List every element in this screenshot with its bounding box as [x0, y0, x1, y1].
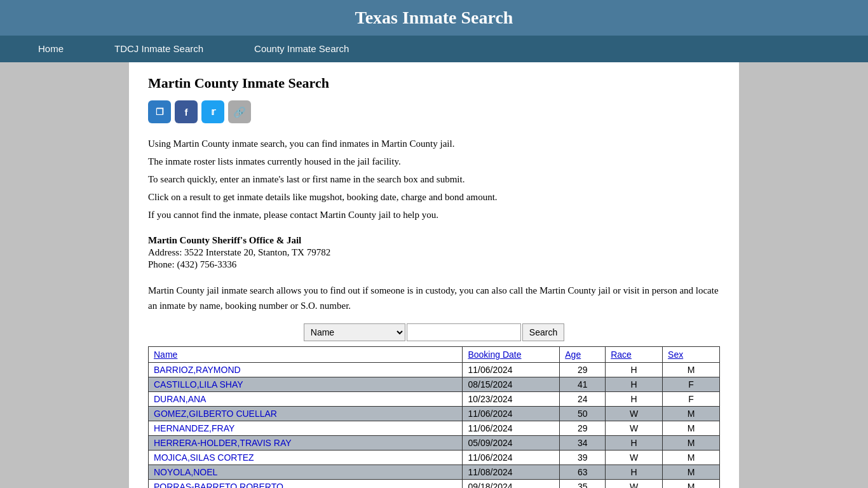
inmate-name[interactable]: CASTILLO,LILA SHAY [149, 377, 463, 392]
col-header-name[interactable]: Name [149, 347, 463, 363]
copy-link-button[interactable]: 🔗 [228, 100, 251, 123]
inmate-age: 50 [560, 407, 606, 421]
inmate-sex: M [663, 421, 720, 436]
table-row: GOMEZ,GILBERTO CUELLAR11/06/202450WM [149, 407, 720, 421]
inmate-race: H [606, 436, 663, 451]
inmate-name[interactable]: MOJICA,SILAS CORTEZ [149, 451, 463, 465]
inmate-race: W [606, 421, 663, 436]
inmate-name[interactable]: HERNANDEZ,FRAY [149, 421, 463, 436]
inmate-age: 41 [560, 377, 606, 392]
inmate-sex: F [663, 377, 720, 392]
desc-line-3: To search quickly, enter an inmate's las… [148, 172, 720, 187]
inmate-sex: F [663, 392, 720, 407]
table-row: BARRIOZ,RAYMOND11/06/202429HM [149, 363, 720, 377]
table-row: NOYOLA,NOEL11/08/202463HM [149, 465, 720, 480]
inmate-booking-date: 11/06/2024 [463, 421, 560, 436]
inmate-booking-date: 10/23/2024 [463, 392, 560, 407]
inmate-table: Name Booking Date Age Race Sex BARRIOZ,R… [148, 346, 720, 488]
jail-phone: Phone: (432) 756-3336 [148, 259, 720, 270]
nav-tdcj[interactable]: TDCJ Inmate Search [89, 36, 229, 62]
social-icons-group: ❐ f 𝕣 🔗 [148, 100, 720, 123]
jail-address: Address: 3522 Interstate 20, Stanton, TX… [148, 247, 720, 258]
col-header-age[interactable]: Age [560, 347, 606, 363]
inmate-name[interactable]: GOMEZ,GILBERTO CUELLAR [149, 407, 463, 421]
inmate-race: W [606, 407, 663, 421]
inmate-race: W [606, 451, 663, 465]
inmate-booking-date: 08/15/2024 [463, 377, 560, 392]
inmate-race: H [606, 465, 663, 480]
inmate-race: H [606, 377, 663, 392]
inmate-sex: M [663, 480, 720, 489]
nav-county[interactable]: County Inmate Search [229, 36, 374, 62]
jail-info-block: Martin County Sheriff's Office & Jail Ad… [148, 235, 720, 270]
inmate-booking-date: 11/06/2024 [463, 407, 560, 421]
site-title: Texas Inmate Search [0, 8, 868, 28]
page-title: Martin County Inmate Search [148, 75, 720, 92]
twitter-button[interactable]: 𝕣 [201, 100, 224, 123]
description-block: Using Martin County inmate search, you c… [148, 136, 720, 222]
col-header-race[interactable]: Race [606, 347, 663, 363]
facebook-button[interactable]: f [175, 100, 198, 123]
inmate-booking-date: 11/06/2024 [463, 451, 560, 465]
search-input[interactable] [407, 323, 521, 341]
share-button[interactable]: ❐ [148, 100, 171, 123]
inmate-race: W [606, 480, 663, 489]
table-row: DURAN,ANA10/23/202424HF [149, 392, 720, 407]
table-row: MOJICA,SILAS CORTEZ11/06/202439WM [149, 451, 720, 465]
jail-title: Martin County Sheriff's Office & Jail [148, 235, 720, 246]
search-bar: Name Booking Number S.O. Number Search [148, 323, 720, 341]
inmate-age: 63 [560, 465, 606, 480]
inmate-sex: M [663, 363, 720, 377]
inmate-sex: M [663, 436, 720, 451]
desc-line-4: Click on a result to get inmate details … [148, 189, 720, 205]
inmate-booking-date: 11/08/2024 [463, 465, 560, 480]
extra-description: Martin County jail inmate search allows … [148, 283, 720, 313]
inmate-booking-date: 11/06/2024 [463, 363, 560, 377]
nav-home[interactable]: Home [13, 36, 89, 62]
desc-line-2: The inmate roster lists inmates currentl… [148, 154, 720, 169]
inmate-name[interactable]: DURAN,ANA [149, 392, 463, 407]
inmate-sex: M [663, 465, 720, 480]
inmate-age: 24 [560, 392, 606, 407]
inmate-age: 29 [560, 421, 606, 436]
col-header-booking-date[interactable]: Booking Date [463, 347, 560, 363]
inmate-name[interactable]: PORRAS-BARRETO,ROBERTO [149, 480, 463, 489]
inmate-age: 34 [560, 436, 606, 451]
inmate-booking-date: 05/09/2024 [463, 436, 560, 451]
desc-line-1: Using Martin County inmate search, you c… [148, 136, 720, 151]
table-row: HERRERA-HOLDER,TRAVIS RAY05/09/202434HM [149, 436, 720, 451]
desc-line-5: If you cannot find the inmate, please co… [148, 207, 720, 222]
table-row: PORRAS-BARRETO,ROBERTO09/18/202435WM [149, 480, 720, 489]
inmate-booking-date: 09/18/2024 [463, 480, 560, 489]
col-header-sex[interactable]: Sex [663, 347, 720, 363]
inmate-name[interactable]: BARRIOZ,RAYMOND [149, 363, 463, 377]
search-button[interactable]: Search [522, 323, 564, 341]
inmate-age: 35 [560, 480, 606, 489]
search-type-select[interactable]: Name Booking Number S.O. Number [304, 323, 405, 341]
inmate-age: 29 [560, 363, 606, 377]
inmate-name[interactable]: NOYOLA,NOEL [149, 465, 463, 480]
inmate-name[interactable]: HERRERA-HOLDER,TRAVIS RAY [149, 436, 463, 451]
table-row: HERNANDEZ,FRAY11/06/202429WM [149, 421, 720, 436]
inmate-sex: M [663, 407, 720, 421]
inmate-race: H [606, 363, 663, 377]
inmate-race: H [606, 392, 663, 407]
table-row: CASTILLO,LILA SHAY08/15/202441HF [149, 377, 720, 392]
inmate-sex: M [663, 451, 720, 465]
inmate-age: 39 [560, 451, 606, 465]
